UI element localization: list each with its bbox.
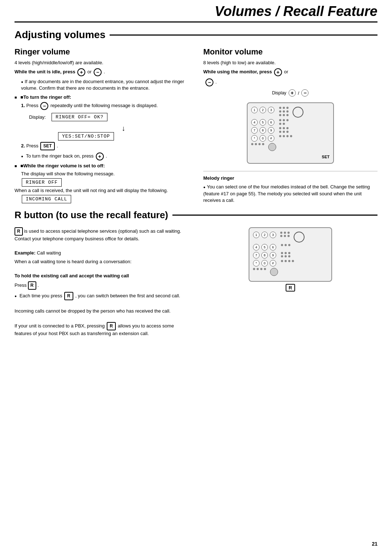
- volumes-two-col: Ringer volume 4 levels (high/middle/low/…: [15, 47, 377, 206]
- r-key-5: 5: [261, 244, 268, 250]
- r-key-1: 1: [253, 232, 260, 238]
- device-minus-btn: −: [301, 89, 309, 97]
- r-dial-knob: [294, 232, 305, 243]
- device-display-label: Display: [272, 90, 286, 95]
- r-circle-label: R: [286, 284, 295, 292]
- dot: [279, 107, 281, 109]
- r-button-title: R button (to use the recall feature): [15, 209, 377, 221]
- ringer-levels-text: 4 levels (high/middle/low/off) are avail…: [15, 60, 189, 66]
- key-dial: [268, 143, 276, 151]
- call-received-text: When a call is received, the unit will n…: [15, 187, 189, 194]
- monitor-phone-device: Display + / − 1 2 3: [203, 89, 377, 167]
- example-heading: Example: Call waiting: [15, 250, 189, 256]
- set-label: SET: [322, 155, 330, 159]
- display1-box: RINGER OFF= OK?: [52, 113, 107, 121]
- display4-box: INCOMING CALL: [22, 195, 71, 203]
- monitor-volume-title: Monitor volume: [203, 47, 377, 57]
- step1: 1. Press − repeatedly until the followin…: [15, 102, 189, 110]
- dot: [286, 110, 289, 113]
- melody-bullet: You can select one of the four melodies …: [203, 184, 377, 204]
- set-btn-step2: SET: [40, 142, 54, 150]
- key-2: 2: [260, 107, 266, 113]
- key-9: 9: [268, 127, 274, 134]
- r-key-2: 2: [261, 232, 268, 238]
- ringer-bullet2: To turn the ringer back on, press + .: [15, 152, 189, 160]
- dot: [283, 107, 285, 109]
- r-key-star: *: [253, 260, 260, 266]
- key-hash: #: [268, 135, 274, 142]
- r-key-9: 9: [270, 252, 276, 258]
- minus-btn-step1: −: [40, 102, 48, 110]
- monitor-levels-text: 8 levels (high to low) are available.: [203, 60, 377, 66]
- r-key-hash: #: [270, 260, 276, 266]
- when-tone-text: When a call waiting tone is heard during…: [15, 258, 189, 265]
- r-key-0: 0: [261, 260, 268, 266]
- key-star: *: [251, 135, 258, 142]
- phone-device-r: 1 2 3: [249, 227, 332, 282]
- melody-ringer-heading: Melody ringer: [203, 175, 377, 182]
- ringer-bullet1: If any documents are in the document ent…: [15, 78, 189, 91]
- r-desc: R is used to access special telephone se…: [15, 227, 189, 242]
- r-button-section: R button (to use the recall feature) R i…: [15, 209, 377, 339]
- plus-btn-bullet2: +: [96, 152, 104, 160]
- key-4: 4: [251, 119, 258, 126]
- device-plus-btn: +: [289, 89, 296, 97]
- r-col-left: R is used to access special telephone se…: [15, 227, 189, 339]
- monitor-press-text: While using the monitor, press + or: [203, 68, 377, 76]
- page-header: Volumes / Recall Feature: [15, 0, 377, 23]
- display2-box: YES:SET/NO:STOP: [58, 132, 114, 140]
- page-title: Volumes / Recall Feature: [15, 4, 377, 19]
- display1-wrapper: Display: RINGER OFF= OK?: [29, 113, 189, 121]
- key-1: 1: [251, 107, 258, 113]
- idle-press-text: While the unit is idle, press + or − .: [15, 68, 189, 76]
- r-key-4: 4: [253, 244, 260, 250]
- turn-off-heading: ■To turn the ringer off:: [15, 94, 189, 101]
- r-btn-press: R: [28, 281, 36, 290]
- r-btn-icon: R: [15, 227, 23, 236]
- display3-box: RINGER OFF: [22, 178, 62, 187]
- key-6: 6: [268, 119, 274, 126]
- while-off-text: The display will show the following mess…: [15, 171, 189, 177]
- dot: [283, 110, 285, 113]
- minus-btn-inline: −: [94, 68, 102, 76]
- display4-wrapper: INCOMING CALL: [22, 196, 189, 202]
- r-btn-bullet: R: [64, 292, 73, 300]
- step2: 2. Press SET .: [15, 142, 189, 150]
- r-key-7: 7: [253, 252, 260, 258]
- while-off-heading: ■While the ringer volume is set to off:: [15, 163, 189, 169]
- arrow-down: ↓: [58, 124, 189, 133]
- incoming-text: Incoming calls cannot be dropped by the …: [15, 308, 189, 314]
- dial-knob: [293, 107, 303, 118]
- r-key-8: 8: [261, 252, 268, 258]
- display2-wrapper: YES:SET/NO:STOP: [58, 133, 189, 139]
- monitor-volume-col: Monitor volume 8 levels (high to low) ar…: [203, 47, 377, 206]
- key-3: 3: [268, 107, 274, 113]
- ringer-volume-col: Ringer volume 4 levels (high/middle/low/…: [15, 47, 189, 206]
- key-7: 7: [251, 127, 258, 134]
- page-number: 21: [372, 541, 377, 547]
- phone-device-monitor: 1 2 3: [247, 102, 334, 164]
- pbx-text: If your unit is connected to a PBX, pres…: [15, 322, 189, 337]
- dot: [283, 114, 285, 116]
- r-btn-pbx: R: [107, 322, 116, 330]
- plus-btn-inline: +: [77, 68, 85, 76]
- divider: [203, 171, 377, 171]
- adjusting-volumes-title: Adjusting volumes: [15, 29, 377, 41]
- r-key-dial: [270, 268, 278, 276]
- ringer-volume-title: Ringer volume: [15, 47, 189, 57]
- key-8: 8: [260, 127, 266, 134]
- r-two-col: R is used to access special telephone se…: [15, 227, 377, 339]
- minus-btn-monitor: −: [205, 78, 213, 86]
- hold-heading: To hold the existing call and accept the…: [15, 273, 189, 279]
- key-5: 5: [260, 119, 266, 126]
- display3-wrapper: RINGER OFF: [22, 179, 189, 185]
- r-key-3: 3: [270, 232, 276, 238]
- r-col-right: 1 2 3: [203, 227, 377, 339]
- r-key-6: 6: [270, 244, 276, 250]
- key-0: 0: [260, 135, 266, 142]
- switch-bullet: Each time you press R , you can switch b…: [15, 292, 189, 300]
- r-label-below: R: [203, 284, 377, 292]
- display-label: Display:: [29, 114, 46, 120]
- dot: [279, 110, 281, 113]
- dot: [286, 107, 289, 109]
